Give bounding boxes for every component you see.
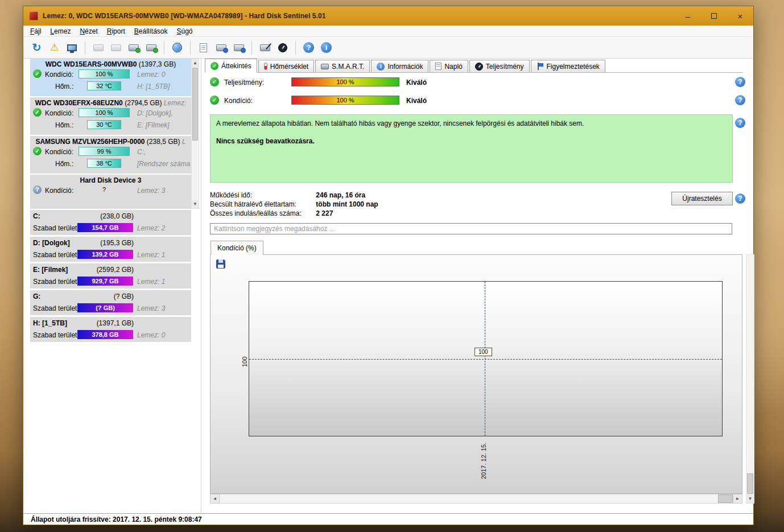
disk-item-3[interactable]: Hard Disk Device 3 ? Kondíció: ? Lemez: … [30, 175, 191, 209]
disk-accept-button[interactable] [143, 40, 159, 55]
menu-nezet[interactable]: Nézet [75, 26, 102, 36]
sidebar: WDC WD15EARS-00MVWB0 (1397,3 GB) ✓ Kondí… [30, 59, 199, 513]
maximize-button[interactable] [701, 6, 727, 26]
toolbar-separator [295, 41, 296, 55]
disk-number-label: Lemez: 0 [137, 331, 165, 339]
temperature-label: Hőm.: [30, 121, 73, 129]
partition-item-h[interactable]: H: [1_5TB] (1397,1 GB) Szabad terület 37… [30, 317, 191, 342]
tab-attekintes[interactable]: ✓ Áttekintés [205, 59, 257, 73]
save-chart-button[interactable] [216, 259, 225, 269]
scroll-right-icon[interactable]: ► [733, 494, 742, 504]
disk-number-label: Lemez: 3 [137, 187, 165, 195]
tab-informaciok[interactable]: i Információk [371, 60, 428, 72]
partition-size: (1397,1 GB) [85, 319, 134, 327]
health-help-icon[interactable]: ? [735, 118, 745, 128]
disk-number-label: Lemez: 0 [137, 71, 165, 79]
partition-size: (195,3 GB) [85, 239, 134, 247]
scroll-thumb[interactable] [192, 68, 198, 141]
scroll-down-icon[interactable]: ▼ [746, 494, 754, 503]
disk-list-scrollbar[interactable]: ▲ ▼ [191, 59, 199, 209]
disk-eject-icon [111, 44, 121, 51]
disk-write-test-button[interactable] [257, 40, 273, 55]
flag-icon [537, 63, 544, 70]
retest-help-icon[interactable]: ? [735, 193, 745, 204]
free-space-bar: (? GB) [77, 303, 133, 312]
partition-size: (? GB) [85, 292, 134, 300]
scroll-down-icon[interactable]: ▼ [192, 200, 199, 208]
partition-item-g[interactable]: G: (? GB) Szabad terület (? GB) Lemez: 3 [30, 290, 191, 315]
tab-homerseklet[interactable]: Hőmérséklet [258, 60, 314, 72]
scroll-thumb[interactable] [718, 494, 733, 503]
titlebar[interactable]: Lemez: 0, WDC WD15EARS-00MVWB0 [WD-WMAZA… [23, 6, 753, 26]
disk-icon [321, 64, 329, 69]
condition-help-icon[interactable]: ? [735, 95, 745, 105]
disk-number-label: Lemez: 2 [137, 224, 165, 232]
info-label: Működési idő: [210, 191, 314, 199]
monitor-button[interactable] [64, 40, 80, 55]
main-vertical-scrollbar[interactable]: ▼ [746, 254, 754, 504]
scroll-track[interactable] [220, 494, 733, 504]
scroll-up-icon[interactable]: ▲ [192, 59, 199, 67]
menu-lemez[interactable]: Lemez [46, 26, 75, 36]
tab-teljesitmeny[interactable]: Teljesítmény [469, 60, 530, 72]
close-button[interactable]: × [727, 6, 753, 26]
network-button[interactable] [170, 40, 185, 55]
menu-beallitasok[interactable]: Beállítások [130, 26, 172, 36]
thermometer-icon [264, 63, 267, 70]
disk-item-0[interactable]: WDC WD15EARS-00MVWB0 (1397,3 GB) ✓ Kondí… [30, 59, 191, 96]
chart-tab-kondicio[interactable]: Kondíció (%) [211, 241, 263, 255]
info-button[interactable]: i [319, 40, 334, 55]
partition-item-d[interactable]: D: [Dolgok] (195,3 GB) Szabad terület 13… [30, 237, 191, 262]
tab-figyelmeztetesek[interactable]: Figyelmeztetések [531, 60, 605, 72]
scroll-thumb[interactable] [747, 473, 753, 494]
menu-sugo[interactable]: Súgó [172, 26, 197, 36]
partition-item-c[interactable]: C: (238,0 GB) Szabad terület 154,7 GB Le… [30, 210, 191, 235]
disk-test-button[interactable] [126, 40, 141, 55]
disk-network-button[interactable] [231, 40, 246, 55]
status-text: Állapot utoljára frissítve: 2017. 12. 15… [31, 515, 202, 523]
menu-fajl[interactable]: Fájl [26, 26, 46, 36]
disk-size: (1397,3 GB) [139, 60, 176, 68]
condition-value: ? [79, 185, 130, 195]
menu-riport[interactable]: Riport [102, 26, 130, 36]
alerts-button[interactable]: ⚠ [47, 40, 62, 55]
drive-letter-label: H: [1_5TB] [137, 83, 170, 90]
main-panel: ✓ Áttekintés Hőmérséklet S.M.A.R.T. i In… [201, 59, 753, 513]
tab-bar: ✓ Áttekintés Hőmérséklet S.M.A.R.T. i In… [205, 59, 743, 73]
disk-number-label: Lemez: 3 [137, 304, 165, 312]
chart-horizontal-scrollbar[interactable]: ◄ ► [210, 494, 742, 504]
condition-rating: Kiváló [406, 97, 427, 105]
performance-gauge-button[interactable] [275, 40, 290, 55]
disk-item-2[interactable]: SAMSUNG MZVLW256HEHP-0000 (238,5 GB) L ✓… [30, 136, 191, 174]
comment-input[interactable] [210, 223, 732, 234]
tab-label: Információk [387, 63, 423, 71]
disk-sync-button[interactable] [213, 40, 229, 55]
performance-ok-icon: ✓ [210, 77, 219, 86]
partition-size: (2599,2 GB) [85, 266, 134, 274]
chart-plot-area[interactable]: 100 100 2017. 12. 15. [249, 281, 723, 436]
disk-number-label: Lemez: 1 [137, 251, 165, 259]
retest-button[interactable]: Újratesztelés [671, 192, 733, 205]
chart-x-axis-date: 2017. 12. 15. [480, 443, 487, 479]
partition-name: C: [33, 212, 40, 220]
tab-smart[interactable]: S.M.A.R.T. [315, 60, 370, 72]
performance-help-icon[interactable]: ? [735, 77, 745, 87]
tab-label: Figyelmeztetések [547, 63, 600, 71]
minimize-button[interactable]: – [675, 6, 701, 26]
report-button[interactable] [196, 40, 211, 55]
disk-item-1[interactable]: WDC WD30EFRX-68EUZN0 (2794,5 GB) Lemez: … [30, 97, 191, 135]
scroll-left-icon[interactable]: ◄ [210, 494, 220, 504]
condition-ok-icon: ✓ [210, 96, 219, 105]
disk-size: (2794,5 GB) [125, 99, 162, 107]
window-controls: – × [675, 6, 753, 26]
status-bar: Állapot utoljára frissítve: 2017. 12. 15… [23, 513, 753, 525]
window-title: Lemez: 0, WDC WD15EARS-00MVWB0 [WD-WMAZA… [43, 12, 326, 20]
refresh-button[interactable]: ↻ [29, 40, 44, 55]
partition-item-e[interactable]: E: [Filmek] (2599,2 GB) Szabad terület 9… [30, 263, 191, 288]
tab-naplo[interactable]: Napló [430, 60, 468, 72]
disk-title: WDC WD30EFRX-68EUZN0 (2794,5 GB) Lemez: [30, 97, 191, 107]
info-value: 246 nap, 16 óra [316, 191, 365, 199]
help-button[interactable]: ? [301, 40, 316, 55]
system-drive-label: [Rendszer száma [137, 160, 190, 168]
document-icon [200, 43, 207, 52]
